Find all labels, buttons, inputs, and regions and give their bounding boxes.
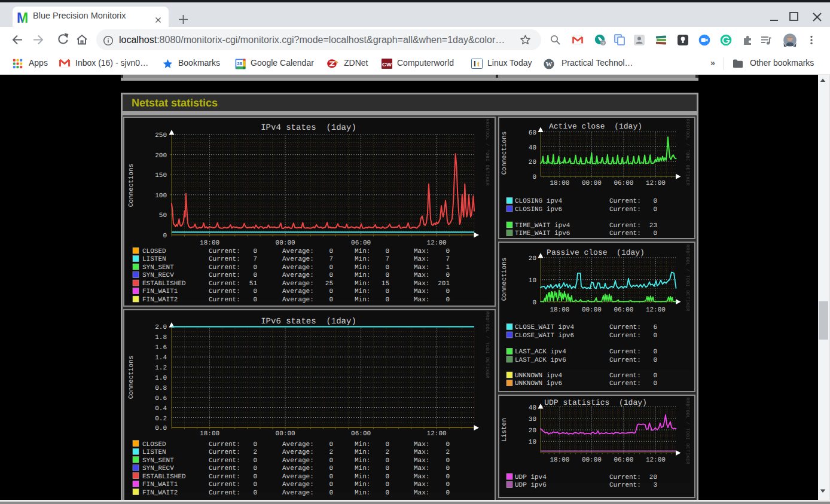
svg-text:60: 60	[529, 130, 536, 137]
svg-text:0: 0	[445, 441, 450, 448]
svg-text:0.6: 0.6	[155, 395, 167, 402]
svg-text:06:00: 06:00	[614, 180, 633, 187]
svg-text:0: 0	[329, 272, 333, 279]
svg-text:Min:: Min:	[355, 474, 370, 481]
svg-text:0: 0	[253, 457, 257, 465]
svg-text:Current:: Current:	[209, 465, 240, 472]
svg-text:15: 15	[382, 280, 389, 288]
svg-text:TIME_WAIT ipv6: TIME_WAIT ipv6	[515, 230, 570, 237]
svg-text:201: 201	[438, 280, 450, 288]
svg-text:Connections: Connections	[501, 132, 508, 175]
svg-text:0: 0	[653, 357, 657, 364]
svg-text:0: 0	[253, 288, 257, 295]
svg-text:1.0: 1.0	[155, 375, 167, 382]
svg-text:Max:: Max:	[414, 272, 429, 279]
svg-text:0: 0	[385, 490, 389, 497]
svg-text:Connections: Connections	[128, 164, 135, 207]
svg-text:0: 0	[253, 272, 257, 279]
svg-text:1.6: 1.6	[155, 344, 167, 352]
svg-text:W: W	[546, 60, 553, 68]
svg-text:0: 0	[253, 490, 257, 497]
svg-text:Max:: Max:	[414, 297, 429, 304]
svg-text:2.0: 2.0	[155, 324, 167, 331]
svg-text:0: 0	[385, 481, 389, 488]
svg-text:0: 0	[329, 474, 333, 481]
svg-text:LISTEN: LISTEN	[142, 256, 166, 263]
svg-text:CLOSING ipv6: CLOSING ipv6	[515, 206, 562, 213]
svg-text:0: 0	[445, 490, 450, 497]
svg-text:Average:: Average:	[282, 457, 314, 465]
svg-text:10: 10	[529, 277, 536, 285]
svg-text:TIME_WAIT ipv4: TIME_WAIT ipv4	[515, 222, 570, 230]
svg-text:0: 0	[253, 441, 257, 448]
svg-text:1.8: 1.8	[155, 334, 167, 341]
svg-text:12:00: 12:00	[646, 457, 666, 464]
svg-text:Current:: Current:	[209, 457, 240, 465]
svg-text:7: 7	[253, 256, 257, 263]
svg-text:0: 0	[385, 272, 389, 279]
svg-text:0: 0	[445, 297, 450, 304]
svg-text:Min:: Min:	[355, 288, 370, 295]
svg-text:Current:: Current:	[209, 474, 240, 481]
svg-text:Current:: Current:	[209, 481, 240, 488]
svg-text:0: 0	[445, 465, 450, 472]
svg-text:7: 7	[385, 256, 389, 263]
svg-text:Current:: Current:	[209, 248, 240, 255]
svg-text:Current:: Current:	[609, 198, 641, 205]
svg-text:23: 23	[649, 222, 657, 230]
svg-text:Current:: Current:	[609, 380, 641, 387]
svg-text:Max:: Max:	[414, 465, 429, 472]
svg-text:0: 0	[385, 264, 389, 271]
svg-text:RRDTOOL / TOBI OETIKER: RRDTOOL / TOBI OETIKER	[484, 311, 490, 378]
svg-text:0: 0	[653, 372, 657, 380]
svg-text:CLOSE_WAIT ipv6: CLOSE_WAIT ipv6	[515, 332, 574, 340]
svg-text:SYN_SENT: SYN_SENT	[142, 264, 174, 271]
svg-text:CLOSED: CLOSED	[142, 441, 166, 448]
svg-text:Max:: Max:	[414, 490, 429, 497]
svg-text:Max:: Max:	[414, 256, 429, 263]
svg-text:Average:: Average:	[282, 288, 314, 295]
svg-text:2: 2	[385, 449, 389, 456]
svg-text:0: 0	[445, 272, 450, 279]
svg-text:Current:: Current:	[609, 222, 641, 230]
svg-text:18:00: 18:00	[200, 430, 219, 438]
svg-text:Current:: Current:	[209, 297, 240, 304]
svg-text:100: 100	[155, 193, 167, 200]
svg-text:00:00: 00:00	[582, 307, 602, 314]
svg-text:00:00: 00:00	[582, 457, 602, 464]
svg-text:FIN_WAIT2: FIN_WAIT2	[142, 490, 178, 497]
svg-text:10: 10	[529, 439, 536, 446]
svg-text:RRDTOOL / TOBI OETIKER: RRDTOOL / TOBI OETIKER	[685, 245, 690, 311]
svg-text:Current:: Current:	[609, 206, 641, 213]
svg-text:18:00: 18:00	[550, 180, 569, 187]
svg-text:UDP statistics (1day): UDP statistics (1day)	[544, 398, 647, 407]
svg-text:Max:: Max:	[414, 481, 429, 488]
svg-text:Min:: Min:	[355, 457, 370, 465]
svg-text:0: 0	[329, 457, 333, 465]
svg-text:Listen: Listen	[501, 418, 508, 442]
svg-text:0.2: 0.2	[155, 416, 167, 423]
svg-text:0.0: 0.0	[155, 425, 167, 432]
svg-text:Min:: Min:	[355, 481, 370, 488]
svg-text:18:00: 18:00	[550, 307, 569, 314]
svg-text:0: 0	[445, 457, 450, 465]
svg-text:Average:: Average:	[282, 465, 314, 472]
svg-text:Current:: Current:	[209, 264, 240, 271]
svg-text:2: 2	[445, 449, 450, 456]
svg-text:12:00: 12:00	[427, 430, 447, 438]
svg-text:Current:: Current:	[209, 490, 240, 497]
svg-text:Max:: Max:	[414, 474, 429, 481]
svg-text:18:00: 18:00	[550, 457, 569, 464]
svg-text:0: 0	[329, 248, 333, 255]
svg-text:Current:: Current:	[609, 357, 641, 364]
svg-text:0: 0	[329, 465, 333, 472]
svg-text:2: 2	[253, 449, 257, 456]
svg-text:Current:: Current:	[209, 288, 240, 295]
svg-text:25: 25	[325, 280, 333, 288]
svg-text:LISTEN: LISTEN	[142, 449, 166, 456]
svg-text:Average:: Average:	[282, 297, 314, 304]
svg-text:UNKNOWN ipv4: UNKNOWN ipv4	[515, 372, 563, 380]
svg-text:t: t	[477, 60, 480, 68]
svg-text:0: 0	[653, 380, 657, 387]
svg-text:0: 0	[532, 174, 536, 181]
